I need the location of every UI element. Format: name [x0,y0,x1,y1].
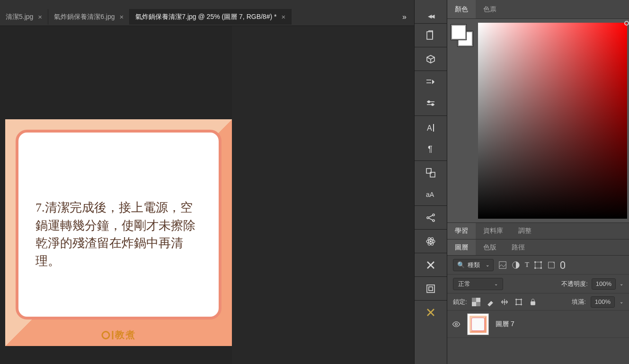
utensils-alt-icon[interactable] [414,302,447,323]
opacity-value: 100% [596,280,611,287]
filter-adjustment-icon[interactable] [512,261,520,269]
brushes-icon[interactable] [414,93,447,115]
layer-name[interactable]: 圖層 7 [496,320,514,328]
panel-dock: ◀◀ A ¶ aA [414,0,447,364]
color-panel [447,19,629,222]
atom-icon[interactable] [414,231,447,252]
svg-point-1 [428,101,430,103]
fg-bg-swatch[interactable] [447,19,478,222]
filter-shape-icon[interactable] [534,261,542,269]
document-tab[interactable]: 氣炸鍋保養清潔6.jpg × [48,9,130,25]
foreground-color-swatch[interactable] [451,25,466,40]
blend-mode-dropdown[interactable]: 正常 ⌄ [453,278,503,290]
color-picker-field[interactable] [478,23,627,219]
svg-text:A: A [427,124,432,132]
opacity-label: 不透明度: [561,280,588,288]
blend-mode-row: 正常 ⌄ 不透明度: 100% ⌄ [447,275,629,293]
clone-source-icon[interactable] [414,162,447,183]
color-panel-tabs: 顏色 色票 [447,0,629,19]
right-panels: 顏色 色票 學習 資料庫 調整 圖層 色版 路徑 🔍 種類 ⌄ [447,0,629,364]
paragraph-panel-icon[interactable]: ¶ [414,138,447,160]
tab-libraries[interactable]: 資料庫 [476,223,511,239]
document-tab[interactable]: 清潔5.jpg × [0,9,48,25]
frame-icon[interactable] [414,278,447,299]
filter-pixel-icon[interactable] [498,261,507,269]
canvas-area: 7.清潔完成後，接上電源，空鍋運轉幾分鐘，使剛才未擦除乾淨的殘渣留在炸鍋中再清理… [0,26,232,364]
history-panel-icon[interactable] [414,25,447,46]
mid-panel-tabs: 學習 資料庫 調整 [447,222,629,240]
lock-pixels-icon[interactable] [486,298,495,306]
share-icon[interactable] [414,207,447,228]
tab-color[interactable]: 顏色 [447,0,476,18]
document-canvas[interactable]: 7.清潔完成後，接上電源，空鍋運轉幾分鐘，使剛才未擦除乾淨的殘渣留在炸鍋中再清理… [5,119,232,346]
fill-label: 填滿: [572,298,586,306]
svg-point-22 [540,261,542,263]
tab-overflow-button[interactable]: » [395,13,414,21]
layer-thumbnail[interactable] [467,313,489,335]
filter-type-icon[interactable]: T [525,261,529,269]
svg-rect-25 [549,262,555,268]
tab-label: 清潔5.jpg [6,13,33,21]
svg-text:aA: aA [426,191,434,198]
svg-point-15 [430,240,432,242]
svg-rect-28 [476,302,480,306]
card-frame: 7.清潔完成後，接上電源，空鍋運轉幾分鐘，使剛才未擦除乾淨的殘渣留在炸鍋中再清理… [16,130,221,320]
svg-rect-20 [535,262,541,268]
glyphs-panel-icon[interactable]: aA [414,183,447,204]
layer-filter-row: 🔍 種類 ⌄ T [447,256,629,275]
svg-rect-30 [531,302,535,305]
layers-panel: 圖層 色版 路徑 🔍 種類 ⌄ T 正常 ⌄ 不 [447,240,629,364]
tab-channels[interactable]: 色版 [476,240,504,255]
tab-label: 氣炸鍋保養清潔6.jpg [54,13,115,21]
document-tab-active[interactable]: 氣炸鍋保養清潔7.jpg @ 25% (圖層 7, RGB/8#) * × [130,9,292,25]
canvas-empty-area [232,26,414,364]
tab-adjustments[interactable]: 調整 [511,223,539,239]
blend-mode-value: 正常 [458,280,470,288]
fill-input[interactable]: 100% [591,296,615,308]
search-icon: 🔍 [457,261,465,268]
chevron-down-icon[interactable]: ⌄ [620,299,623,304]
close-icon[interactable]: × [119,13,124,21]
tab-layers[interactable]: 圖層 [447,240,476,255]
tab-learn[interactable]: 學習 [447,223,476,239]
brand-logo: 教煮 [101,328,136,341]
brush-settings-icon[interactable] [414,72,447,93]
chevron-down-icon: ⌄ [486,262,489,267]
lock-artboard-icon[interactable] [514,298,523,306]
opacity-input[interactable]: 100% [592,278,616,290]
collapse-panels-icon[interactable]: ◀◀ [428,13,434,19]
svg-rect-29 [516,299,521,304]
tab-label: 氣炸鍋保養清潔7.jpg @ 25% (圖層 7, RGB/8#) * [135,13,276,21]
layer-item[interactable]: 圖層 7 [447,311,629,338]
character-panel-icon[interactable]: A [414,117,447,138]
filter-smartobject-icon[interactable] [547,261,556,269]
chevron-down-icon: ⌄ [494,281,498,286]
visibility-toggle-icon[interactable] [452,320,461,328]
lock-row: 鎖定: 填滿: 100% ⌄ [447,293,629,311]
close-icon[interactable]: × [281,13,285,21]
tab-swatches[interactable]: 色票 [476,0,504,18]
chevron-down-icon[interactable]: ⌄ [620,281,623,286]
lock-all-icon[interactable] [529,298,537,306]
utensils-icon[interactable] [414,254,447,275]
brand-text: 教煮 [115,328,136,341]
svg-rect-0 [427,32,433,39]
lock-transparency-icon[interactable] [472,298,480,306]
svg-rect-17 [429,287,433,291]
svg-text:¶: ¶ [428,144,433,154]
svg-point-21 [535,261,536,263]
document-tab-bar: 清潔5.jpg × 氣炸鍋保養清潔6.jpg × 氣炸鍋保養清潔7.jpg @ … [0,8,414,26]
filter-toggle[interactable] [560,261,565,269]
lock-position-icon[interactable] [500,298,509,306]
picker-cursor[interactable] [624,21,629,26]
close-icon[interactable]: × [38,13,42,21]
svg-point-23 [535,267,536,268]
svg-point-24 [540,267,542,268]
filter-kind-label: 種類 [468,261,480,269]
filter-kind-dropdown[interactable]: 🔍 種類 ⌄ [453,259,494,271]
3d-panel-icon[interactable] [414,48,447,70]
tab-paths[interactable]: 路徑 [504,240,532,255]
filter-type-icons: T [498,261,565,269]
svg-point-2 [432,104,434,106]
svg-rect-16 [427,285,434,293]
